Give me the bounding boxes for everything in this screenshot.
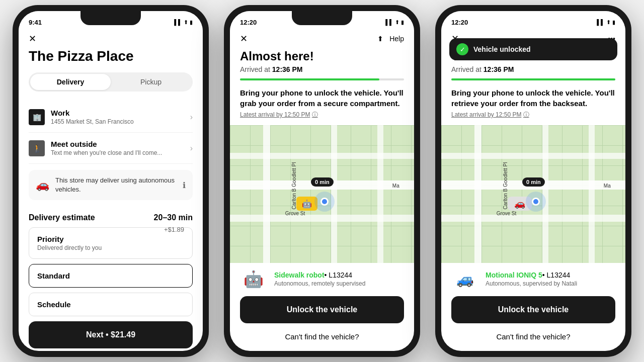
progress-bar-2 [240,78,404,80]
status-time-2: 12:20 [240,19,257,26]
vehicle-name-2: Sidewalk robot• L13244 [274,271,365,279]
road-h-2 [230,215,414,222]
autonomous-info-text: This store may deliver using autonomous … [55,176,177,194]
option-priority[interactable]: +$1.89 Priority Delivered directly to yo… [29,227,193,259]
road-h-2-p3 [441,215,625,222]
close-button-1[interactable]: ✕ [29,33,193,44]
meet-title: Meet outside [51,140,190,148]
user-dot-inner-3 [532,198,540,206]
eta-badge-3: 0 min [522,177,545,187]
priority-price: +$1.89 [164,226,184,233]
meet-subtitle: Text me when you're close and I'll come.… [51,149,190,156]
vehicle-type-3: Autonomous, supervised by Natali [486,280,577,287]
phone-notch [80,11,141,25]
road-v-3 [377,125,383,263]
vehicle-type-2: Autonomous, remotely supervised [274,280,365,287]
track-footer-3: 🚙 Motional IONIQ 5• L13244 Autonomous, s… [441,263,625,351]
phone-2: 12:20 ▌▌ ⬆ ▮ ✕ ⬆ Help Almost here! Arriv… [224,5,420,357]
delivery-estimate-label: Delivery estimate [29,213,95,222]
progress-fill-2 [240,78,379,80]
vehicle-info-3: 🚙 Motional IONIQ 5• L13244 Autonomous, s… [451,269,615,289]
arrived-time-3: 12:36 PM [484,65,514,73]
street-label-ma-3: Ma [604,183,611,189]
progress-bar-3 [451,78,615,80]
phone-notch-2 [292,11,352,25]
road-v-2-p3 [542,125,548,263]
track-latest-2: Latest arrival by 12:50 PM ⓘ [240,111,404,119]
road-v-2 [331,125,337,263]
track-subtitle-2: Arrived at 12:36 PM [240,65,404,73]
tab-pickup[interactable]: Pickup [111,74,191,90]
status-icons-2: ▌▌ ⬆ ▮ [385,19,404,26]
close-button-2[interactable]: ✕ [240,33,248,44]
notification-banner: ✓ Vehicle unlocked [449,38,617,60]
track-actions-2: ⬆ Help [377,35,404,43]
map-vehicle-robot: 🤖 [296,197,317,211]
road-h-3 [230,153,414,159]
progress-fill-3 [451,78,615,80]
status-time-1: 9:41 [29,19,42,26]
next-button[interactable]: Next • $21.49 [29,321,193,348]
eta-badge-2: 0 min [311,177,334,187]
screen-1: ✕ The Pizza Place Delivery Pickup 🏢 Work… [19,33,203,351]
cant-find-button-3[interactable]: Can't find the vehicle? [451,328,615,345]
unlock-button-3[interactable]: Unlock the vehicle [451,296,615,323]
work-subtitle: 1455 Market St, San Francisco [51,118,190,125]
track-header-2: ✕ ⬆ Help Almost here! Arrived at 12:36 P… [230,33,414,125]
priority-subtitle: Delivered directly to you [37,244,184,251]
status-time-3: 12:20 [451,19,468,26]
tab-delivery[interactable]: Delivery [30,74,111,90]
help-button[interactable]: Help [389,35,404,43]
street-label-grove-3: Grove St [497,211,516,216]
map-2: Carlton B Goodlett Pl Grove St Ma 🤖 0 mi… [230,125,414,263]
user-location-dot-3 [526,192,546,212]
vehicle-model-2: Sidewalk robot [274,271,325,279]
delivery-estimate-value: 20–30 min [154,213,193,222]
robot-icon: 🤖 [244,269,264,289]
option-standard[interactable]: Standard [29,264,193,288]
user-dot-inner [320,198,329,206]
vehicle-model-3: Motional IONIQ 5 [486,271,542,279]
track-title-2: Almost here! [240,49,404,63]
address-meet[interactable]: 🚶 Meet outside Text me when you're close… [29,133,193,164]
autonomous-vehicle-icon: 🚗 [36,178,49,192]
vehicle-name-3: Motional IONIQ 5• L13244 [486,271,577,279]
status-bar-3: 12:20 ▌▌ ⬆ ▮ [441,11,625,33]
meet-info: Meet outside Text me when you're close a… [51,140,190,156]
status-icons-1: ▌▌ ⬆ ▮ [174,19,193,26]
phone-3: ✓ Vehicle unlocked 12:20 ▌▌ ⬆ ▮ ✕ ••• Yo… [435,5,631,357]
address-work[interactable]: 🏢 Work 1455 Market St, San Francisco › [29,102,193,133]
store-title: The Pizza Place [29,48,193,64]
info-icon-3[interactable]: ⓘ [523,111,529,118]
user-location-dot [314,192,335,212]
check-icon: ✓ [456,43,468,55]
car-icon: 🚙 [456,271,474,288]
road-h-3-p3 [441,153,625,159]
arrived-label-2: Arrived at [240,65,270,73]
vehicle-id-2: • L13244 [325,271,353,279]
option-schedule[interactable]: Schedule [29,293,193,316]
unlock-button-2[interactable]: Unlock the vehicle [240,296,404,323]
latest-arrival-2: Latest arrival by 12:50 PM [240,111,310,118]
arrived-time-2: 12:36 PM [272,65,303,73]
vehicle-image-car: 🚙 [451,269,478,289]
work-info: Work 1455 Market St, San Francisco [51,109,190,125]
standard-title: Standard [37,272,184,280]
track-desc-3: Bring your phone to unlock the vehicle. … [451,87,615,109]
phone1-body: ✕ The Pizza Place Delivery Pickup 🏢 Work… [19,33,203,351]
meet-chevron-icon: › [190,144,193,153]
phone-1: 9:41 ▌▌ ⬆ ▮ ✕ The Pizza Place Delivery P… [13,5,209,357]
work-title: Work [51,109,190,117]
street-label-grove: Grove St [285,211,305,216]
cant-find-button-2[interactable]: Can't find the vehicle? [240,328,404,345]
vehicle-id-3: • L13244 [542,271,571,279]
status-icons-3: ▌▌ ⬆ ▮ [597,19,615,26]
vehicle-image-robot: 🤖 [240,269,267,289]
screen-2: ✕ ⬆ Help Almost here! Arrived at 12:36 P… [230,33,414,351]
road-v-1-p3 [474,125,481,263]
share-button[interactable]: ⬆ [377,35,383,43]
info-circle-icon[interactable]: ℹ [183,180,186,190]
track-footer-2: 🤖 Sidewalk robot• L13244 Autonomous, rem… [230,263,414,351]
schedule-title: Schedule [37,300,184,309]
info-icon-2[interactable]: ⓘ [312,111,318,118]
